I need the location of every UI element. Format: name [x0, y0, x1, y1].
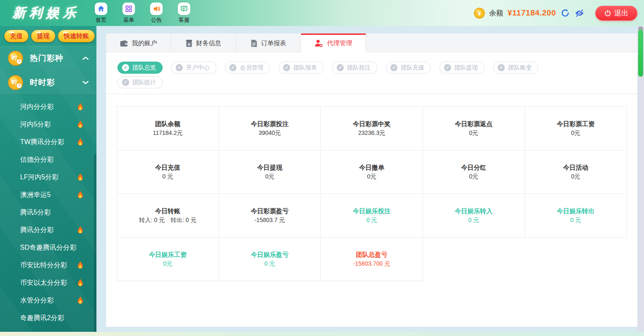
sidebar-item-lottery[interactable]: 河内分分彩	[0, 98, 96, 116]
stat-title: 团队余额	[155, 120, 180, 128]
svg-text:¥: ¥	[188, 42, 190, 47]
sidebar-item-lottery[interactable]: 币安以太分分彩	[0, 274, 96, 292]
stat-value: -15803.700 元	[353, 260, 390, 268]
stat-cell: 今日娱乐投注 0 元	[321, 194, 423, 238]
tab-1[interactable]: ¥ 财务信息	[171, 34, 236, 52]
nav-item[interactable]: 客服	[174, 3, 195, 24]
sidebar-category[interactable]: 时 热门彩种	[0, 46, 96, 70]
subnav-pill[interactable]: ✓ 团队统计	[117, 76, 163, 88]
tab-2[interactable]: 订单报表	[236, 34, 301, 52]
stat-value: 0元	[469, 173, 478, 181]
eye-off-icon[interactable]	[574, 8, 584, 18]
flame-icon	[77, 137, 84, 147]
check-circle-icon: ✓	[122, 64, 129, 71]
nav-item[interactable]: 首页	[91, 3, 112, 24]
stat-value: 转入: 0 元 转出: 0 元	[139, 217, 197, 224]
flame-icon	[77, 278, 84, 287]
svg-text:¥: ¥	[478, 10, 481, 17]
tab-0[interactable]: 我的账户	[106, 34, 171, 52]
stat-title: 今日分红	[461, 164, 486, 172]
stat-title: 今日娱乐投注	[353, 207, 390, 215]
chevron-up-icon	[82, 56, 89, 60]
stat-cell: 今日娱乐转出 0 元	[525, 194, 627, 238]
tab-3[interactable]: 代理管理	[301, 34, 366, 52]
stat-title: 今日撤单	[359, 164, 384, 172]
subnav-pill[interactable]: ✓ 开户中心	[171, 62, 216, 74]
sidebar-item-lottery[interactable]: 澳洲幸运5	[0, 186, 96, 204]
sidebar-scrollbar[interactable]	[94, 154, 96, 336]
subnav-pill[interactable]: ✓ 团队账变	[493, 62, 538, 74]
check-circle-icon: ✓	[283, 64, 290, 71]
team-stats-grid: 团队余额 117184.2元 今日彩票投注 39040元 今日彩票中奖 2323…	[117, 106, 627, 281]
subnav-pill[interactable]: ✓ 会员管理	[225, 62, 270, 74]
stat-value: 0元	[265, 173, 274, 181]
refresh-icon[interactable]	[560, 8, 570, 18]
subnav-pill[interactable]: ✓ 团队充值	[386, 62, 431, 74]
dashed-separator	[106, 94, 637, 94]
finance-icon: ¥	[186, 39, 192, 47]
stat-value: 39040元	[259, 129, 281, 137]
stat-value: 0 元	[570, 217, 581, 224]
stat-cell: 今日娱乐盈亏 0 元	[219, 238, 321, 281]
sidebar-item-lottery[interactable]: SD奇趣腾讯分分彩	[0, 239, 96, 256]
stat-cell: 今日彩票返点 0元	[423, 107, 525, 150]
sidebar-item-lottery[interactable]: 信德分分彩	[0, 151, 96, 168]
check-circle-icon: ✓	[122, 79, 129, 86]
check-circle-icon: ✓	[498, 64, 505, 71]
stat-value: 0 元	[162, 173, 173, 181]
agent-subnav-pills: ✓ 团队总览 ✓ 开户中心 ✓ 会员管理 ✓ 团队报表 ✓ 团队投注 ✓ 团队充…	[106, 52, 567, 94]
stat-value: -15803.7 元	[254, 217, 285, 224]
stat-cell: 今日彩票投注 39040元	[219, 107, 321, 150]
stat-title: 今日彩票投注	[251, 120, 288, 128]
nav-item[interactable]: 公告	[146, 3, 167, 24]
stat-title: 今日娱乐盈亏	[251, 251, 288, 259]
flame-icon	[77, 120, 84, 129]
recharge-button[interactable]: 充值	[4, 30, 29, 42]
header-right: ¥ 余额 ¥117184.200 退出	[474, 6, 637, 21]
sidebar-item-lottery[interactable]: 水管分分彩	[0, 292, 96, 309]
check-circle-icon: ✓	[229, 64, 236, 71]
chevron-down-icon	[82, 80, 89, 85]
stat-title: 今日彩票返点	[455, 120, 493, 128]
stat-title: 今日彩票中奖	[353, 120, 390, 128]
sidebar-item-lottery[interactable]: 奇趣腾讯2分彩	[0, 309, 96, 327]
subnav-pill[interactable]: ✓ 团队提现	[439, 62, 485, 74]
lottery-list: 河内分分彩 河内5分彩 TW腾讯分分彩 信德分分彩 LF河内5分彩 澳洲幸运5 …	[0, 95, 96, 336]
stat-cell: 今日娱乐转入 0 元	[423, 194, 525, 238]
flame-icon	[77, 102, 84, 111]
sidebar-item-lottery[interactable]: LF河内5分彩	[0, 168, 96, 186]
sidebar-item-lottery[interactable]: 河内5分彩	[0, 116, 96, 133]
lottery-coin-icon: 时	[8, 75, 23, 90]
stat-cell: 今日提现 0元	[219, 150, 321, 194]
check-circle-icon: ✓	[337, 64, 344, 71]
subnav-pill[interactable]: ✓ 团队总览	[117, 62, 163, 74]
quick-transfer-button[interactable]: 快速转账	[58, 30, 95, 42]
home-icon	[95, 3, 107, 15]
stat-value: 0 元	[366, 217, 377, 224]
stat-value: 0元	[571, 173, 580, 181]
page-scrollbar-thumb[interactable]	[638, 30, 643, 77]
subnav-pill[interactable]: ✓ 团队投注	[332, 62, 377, 74]
sidebar-item-lottery[interactable]: TW腾讯分分彩	[0, 133, 96, 151]
sidebar: 充值提现快速转账 时 热门彩种 时 时时彩 河内分分彩 河内5分彩 TW腾讯分分…	[0, 26, 96, 336]
sidebar-item-lottery[interactable]: 腾讯分分彩	[0, 221, 96, 239]
nav-item[interactable]: 菜单	[118, 3, 139, 24]
flame-icon	[77, 225, 84, 235]
logout-button[interactable]: 退出	[595, 6, 637, 21]
stat-cell: 团队余额 117184.2元	[117, 107, 219, 150]
stat-title: 团队总盈亏	[356, 251, 387, 259]
sidebar-category[interactable]: 时 时时彩	[0, 70, 96, 95]
page-scrollbar-track[interactable]	[637, 26, 644, 336]
check-circle-icon: ✓	[176, 64, 183, 71]
lottery-coin-icon: 时	[8, 50, 23, 66]
sidebar-item-lottery[interactable]: 币安比特分分彩	[0, 256, 96, 274]
stat-cell: 今日彩票盈亏 -15803.7 元	[219, 194, 321, 238]
stat-title: 今日提现	[257, 164, 282, 172]
subnav-pill[interactable]: ✓ 团队报表	[278, 62, 324, 74]
stat-cell: 今日彩票中奖 23236.3元	[321, 107, 423, 150]
stat-value: 0 元	[468, 217, 479, 224]
stat-cell: 今日撤单 0元	[321, 150, 423, 194]
sidebar-item-lottery[interactable]: 腾讯5分彩	[0, 204, 96, 221]
stat-value: 0元	[469, 129, 478, 137]
withdraw-button[interactable]: 提现	[31, 30, 55, 42]
